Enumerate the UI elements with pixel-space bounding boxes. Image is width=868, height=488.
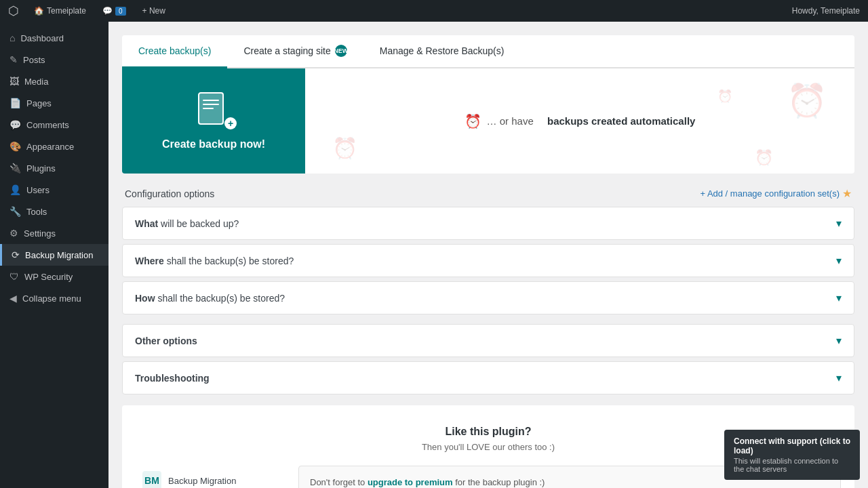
sidebar-item-media[interactable]: 🖼 Media — [0, 70, 108, 92]
accordion-other-header[interactable]: Other options ▾ — [123, 325, 854, 357]
accordion-where-header[interactable]: Where shall the backup(s) be stored? ▾ — [123, 245, 854, 277]
sidebar-item-plugins[interactable]: 🔌 Plugins — [0, 157, 108, 179]
comments-icon: 💬 — [9, 119, 21, 130]
sidebar-item-posts[interactable]: ✎ Posts — [0, 49, 108, 70]
create-backup-label: Create backup now! — [162, 138, 265, 152]
chevron-troubleshooting: ▾ — [836, 371, 842, 384]
create-backup-now-card[interactable]: + Create backup now! — [122, 68, 305, 174]
auto-backup-area: ⏰ ⏰ ⏰ ⏰ ⏰ … or have backups created auto… — [305, 68, 854, 174]
svg-rect-3 — [203, 108, 214, 109]
chevron-other: ▾ — [836, 334, 842, 347]
accordion-where-title: Where shall the backup(s) be stored? — [135, 256, 294, 266]
backup-area: + Create backup now! ⏰ ⏰ ⏰ ⏰ ⏰ … or have… — [122, 68, 854, 174]
sidebar-item-dashboard[interactable]: ⌂ Dashboard — [0, 27, 108, 49]
admin-bar-site[interactable]: 🏠 Temeiplate — [30, 0, 90, 22]
sidebar-item-comments[interactable]: 💬 Comments — [0, 114, 108, 136]
new-badge-staging: NEW — [335, 45, 347, 57]
tab-manage-restore[interactable]: Manage & Restore Backup(s) — [363, 35, 521, 68]
security-icon: 🛡 — [9, 271, 19, 282]
sidebar-item-users[interactable]: 👤 Users — [0, 179, 108, 201]
site-icon: 🏠 — [34, 6, 44, 16]
admin-bar: ⬡ 🏠 Temeiplate 💬 0 + New Howdy, Temeipla… — [0, 0, 868, 22]
svg-rect-1 — [203, 100, 219, 101]
users-icon: 👤 — [9, 184, 21, 195]
auto-backup-text: ⏰ … or have backups created automaticall… — [465, 113, 696, 129]
premium-icon: ★ — [842, 187, 852, 200]
sidebar-item-backup-migration[interactable]: ⟳ Backup Migration — [0, 244, 108, 266]
config-header: Configuration options + Add / manage con… — [122, 187, 854, 200]
deco-clock-2: ⏰ — [332, 136, 357, 160]
deco-clock-1: ⏰ — [787, 82, 827, 120]
tools-icon: 🔧 — [9, 206, 21, 217]
wp-logo[interactable]: ⬡ — [8, 3, 19, 18]
plugins-icon: 🔌 — [9, 163, 21, 174]
chevron-how: ▾ — [836, 291, 842, 304]
pages-icon: 📄 — [9, 98, 21, 108]
backup-migration-icon: ⟳ — [12, 249, 20, 260]
sidebar-item-tools[interactable]: 🔧 Tools — [0, 201, 108, 222]
accordion-other-title: Other options — [135, 336, 197, 346]
comment-icon: 💬 — [102, 6, 113, 16]
sidebar-item-collapse[interactable]: ◀ Collapse menu — [0, 287, 108, 309]
deco-clock-3: ⏰ — [755, 149, 773, 167]
accordion-what-header[interactable]: What will be backed up? ▾ — [123, 207, 854, 239]
plugin-item-backup-migration[interactable]: BM Backup Migration — [136, 466, 285, 488]
appearance-icon: 🎨 — [9, 141, 21, 152]
connect-support-subtitle: This will establish connection to the ch… — [734, 457, 850, 473]
connect-support-widget[interactable]: Connect with support (click to load) Thi… — [724, 430, 860, 480]
tab-create-backup[interactable]: Create backup(s) — [122, 35, 227, 68]
main-content: Create backup(s) Create a staging site N… — [108, 22, 868, 488]
accordion-how-header[interactable]: How shall the backup(s) be stored? ▾ — [123, 282, 854, 314]
accordion-how-title: How shall the backup(s) be stored? — [135, 293, 285, 304]
chevron-where: ▾ — [836, 254, 842, 267]
settings-icon: ⚙ — [9, 228, 18, 239]
upgrade-to-premium-link[interactable]: upgrade to premium — [368, 477, 453, 487]
tab-create-staging[interactable]: Create a staging site NEW — [227, 35, 363, 68]
admin-bar-comments[interactable]: 💬 0 — [98, 0, 130, 22]
sidebar-item-appearance[interactable]: 🎨 Appearance — [0, 136, 108, 157]
accordion-what: What will be backed up? ▾ — [122, 207, 854, 240]
sidebar-item-settings[interactable]: ⚙ Settings — [0, 222, 108, 244]
accordion-troubleshooting: Troubleshooting ▾ — [122, 361, 854, 394]
media-icon: 🖼 — [9, 76, 19, 87]
connect-support-title: Connect with support (click to load) — [734, 436, 850, 455]
dashboard-icon: ⌂ — [9, 33, 15, 43]
chevron-what: ▾ — [836, 217, 842, 230]
posts-icon: ✎ — [9, 54, 18, 65]
accordion-troubleshooting-title: Troubleshooting — [135, 373, 210, 384]
plus-icon: + — [224, 117, 237, 129]
sidebar-item-pages[interactable]: 📄 Pages — [0, 92, 108, 114]
accordion-troubleshooting-header[interactable]: Troubleshooting ▾ — [123, 362, 854, 394]
config-add-link[interactable]: + Add / manage configuration set(s) ★ — [700, 187, 852, 200]
deco-clock-4: ⏰ — [717, 89, 732, 104]
sidebar-item-wp-security[interactable]: 🛡 WP Security — [0, 266, 108, 287]
sidebar: ⌂ Dashboard ✎ Posts 🖼 Media 📄 Pages 💬 Co… — [0, 22, 108, 488]
clock-icon: ⏰ — [465, 113, 481, 129]
collapse-icon: ◀ — [9, 293, 17, 304]
accordion-where: Where shall the backup(s) be stored? ▾ — [122, 244, 854, 277]
plugins-list: BM Backup Migration U MyPopUps C Copy & … — [136, 466, 285, 488]
admin-bar-right: Howdy, Temeiplate — [792, 6, 860, 16]
accordion-how: How shall the backup(s) be stored? ▾ — [122, 281, 854, 314]
admin-bar-new[interactable]: + New — [138, 0, 170, 22]
svg-rect-2 — [203, 104, 219, 105]
accordion-what-title: What will be backed up? — [135, 218, 239, 229]
config-title: Configuration options — [125, 188, 214, 199]
backup-migration-plugin-icon: BM — [142, 471, 161, 488]
backup-icon-wrapper: + — [193, 90, 234, 131]
tab-bar: Create backup(s) Create a staging site N… — [122, 35, 854, 68]
accordion-other-options: Other options ▾ — [122, 324, 854, 357]
